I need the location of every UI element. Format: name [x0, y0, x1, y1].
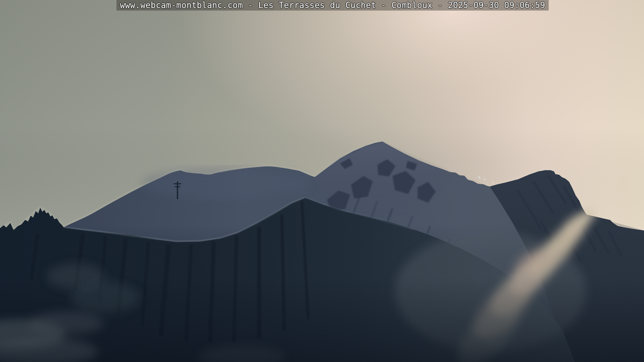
mountain-photo: [0, 0, 644, 362]
timestamp-overlay-text: www.webcam-montblanc.com - Les Terrasses…: [120, 0, 545, 11]
webcam-frame: www.webcam-montblanc.com - Les Terrasses…: [0, 0, 644, 362]
timestamp-overlay-bar: www.webcam-montblanc.com - Les Terrasses…: [116, 0, 549, 11]
grain-overlay: [0, 0, 644, 362]
